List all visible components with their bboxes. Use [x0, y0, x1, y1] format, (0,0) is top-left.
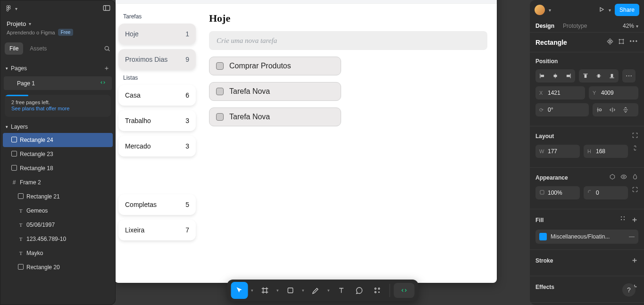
layer-item[interactable]: Rectangle 20 [0, 260, 116, 274]
width-field[interactable]: W177 [535, 145, 580, 158]
align-hcenter-button[interactable] [549, 69, 562, 82]
x-field[interactable]: X1421 [535, 86, 585, 99]
y-field[interactable]: Y4009 [589, 86, 638, 99]
corner-radius-field[interactable]: 0 [584, 186, 628, 199]
layer-item[interactable]: 123.456.789-10 [0, 232, 116, 246]
share-button[interactable]: Share [615, 4, 639, 16]
autolayout-icon[interactable] [632, 132, 638, 140]
zoom-dropdown[interactable]: 42%▾ [623, 23, 638, 29]
sidebar-item[interactable]: Mercado3 [118, 136, 196, 157]
pages-section-header[interactable]: ▾ Pages ＋ [0, 61, 116, 75]
blend-icon[interactable] [632, 173, 638, 181]
layers-section-header[interactable]: ▾ Layers [0, 121, 116, 133]
tab-prototype[interactable]: Prototype [563, 23, 587, 29]
height-field[interactable]: H168 [584, 145, 628, 158]
figma-menu[interactable]: ▾ [5, 5, 17, 13]
opacity-field[interactable]: 100% [535, 186, 580, 199]
help-button[interactable]: ? [622, 283, 636, 297]
align-bottom-button[interactable] [605, 69, 619, 82]
visibility-icon[interactable] [620, 173, 627, 181]
individual-corners-button[interactable] [632, 186, 638, 199]
sidebar-item[interactable]: Casa6 [118, 85, 196, 106]
flip-horizontal-button[interactable] [606, 103, 619, 116]
move-tool[interactable] [231, 282, 248, 299]
tab-design[interactable]: Design [535, 23, 554, 29]
task-item[interactable]: Comprar Produtos [209, 57, 341, 75]
add-fill-button[interactable]: ＋ [631, 215, 638, 225]
color-swatch[interactable] [539, 233, 547, 240]
checkbox[interactable] [216, 88, 224, 95]
task-item[interactable]: Tarefa Nova [209, 82, 341, 101]
frame-tool[interactable] [257, 282, 274, 299]
detach-style-button[interactable]: — [629, 233, 635, 240]
file-name[interactable]: Projeto▾ [7, 20, 109, 27]
pages-upsell[interactable]: 2 free pages left. See plans that offer … [5, 95, 111, 117]
chevron-down-icon[interactable]: ▾ [549, 8, 551, 13]
tab-assets[interactable]: Assets [25, 42, 51, 55]
text-tool[interactable] [333, 282, 350, 299]
layer-item[interactable]: Rectangle 18 [0, 161, 116, 175]
chevron-down-icon[interactable]: ▾ [326, 288, 332, 293]
styles-icon[interactable] [619, 215, 626, 225]
dev-mode-icon[interactable] [100, 79, 106, 87]
panel-toggle-button[interactable] [102, 4, 111, 14]
tab-file[interactable]: File [5, 42, 23, 55]
checkbox[interactable] [216, 62, 224, 70]
left-panel: ▾ Projeto▾ Aprendendo o Figma Free File … [0, 0, 116, 305]
task-item[interactable]: Tarefa Nova [209, 107, 341, 126]
rotation-field[interactable]: ⟳0° [535, 103, 589, 116]
more-align-button[interactable]: ⋯ [622, 69, 636, 82]
fill-style-row[interactable]: Miscellaneous/Floatin... — [535, 230, 638, 244]
layer-item[interactable]: 05/06/1997 [0, 218, 116, 232]
dev-mode-toggle[interactable] [394, 283, 415, 298]
actions-tool[interactable] [369, 282, 386, 299]
sidebar-item[interactable]: Completas5 [118, 194, 196, 215]
sidebar-item-label: Hoje [125, 30, 139, 38]
chevron-down-icon[interactable]: ▾ [609, 8, 611, 13]
chevron-down-icon[interactable]: ▾ [275, 288, 281, 293]
user-avatar[interactable] [535, 5, 545, 15]
chevron-down-icon[interactable]: ▾ [300, 288, 307, 293]
search-button[interactable] [103, 42, 111, 55]
variable-icon[interactable] [609, 173, 616, 181]
upsell-link[interactable]: See plans that offer more [11, 106, 104, 111]
add-stroke-button[interactable]: ＋ [631, 256, 638, 265]
layer-item[interactable]: Gemeos [0, 204, 116, 218]
present-button[interactable] [598, 6, 605, 14]
sidebar-item[interactable]: Lixeira7 [118, 220, 196, 240]
layer-item[interactable]: Frame 2 [0, 175, 116, 190]
align-right-button[interactable] [562, 69, 575, 82]
new-task-input[interactable]: Crie uma nova tarefa [209, 31, 487, 50]
checkbox[interactable] [216, 113, 224, 121]
layer-item[interactable]: Mayko [0, 246, 116, 260]
team-name[interactable]: Aprendendo o Figma [7, 30, 55, 35]
canvas[interactable]: Fastack Tarefas Hoje1Proximos Dias9 List… [116, 0, 530, 305]
pen-tool[interactable] [308, 282, 325, 299]
layer-item[interactable]: Rectangle 24 [3, 133, 113, 147]
plan-badge[interactable]: Free [58, 29, 74, 36]
sidebar-item[interactable]: Trabalho3 [118, 110, 196, 131]
flip-vertical-button[interactable] [619, 103, 632, 116]
align-top-button[interactable] [579, 69, 592, 82]
svg-point-48 [624, 216, 625, 217]
sidebar-item-count: 3 [185, 142, 189, 150]
shape-tool[interactable] [282, 282, 299, 299]
chevron-down-icon[interactable]: ▾ [249, 288, 256, 293]
sidebar-item[interactable]: Hoje1 [118, 24, 196, 44]
comment-tool[interactable] [351, 282, 368, 299]
export-header[interactable]: Export [530, 303, 644, 305]
page-item[interactable]: Page 1 [4, 76, 112, 90]
flip-options-button[interactable] [593, 103, 606, 116]
align-left-button[interactable] [535, 69, 549, 82]
sidebar-item[interactable]: Proximos Dias9 [118, 49, 196, 70]
figma-logo-icon [5, 5, 12, 13]
more-icon[interactable]: ••• [629, 38, 638, 46]
design-frame[interactable]: Fastack Tarefas Hoje1Proximos Dias9 List… [116, 0, 497, 283]
add-page-button[interactable]: ＋ [103, 64, 110, 73]
layer-item[interactable]: Rectangle 23 [0, 147, 116, 161]
align-vcenter-button[interactable] [592, 69, 605, 82]
edit-object-icon[interactable] [618, 38, 625, 46]
component-icon[interactable] [607, 38, 613, 46]
layer-item[interactable]: Rectangle 21 [0, 190, 116, 204]
constrain-proportions-button[interactable] [632, 145, 638, 158]
